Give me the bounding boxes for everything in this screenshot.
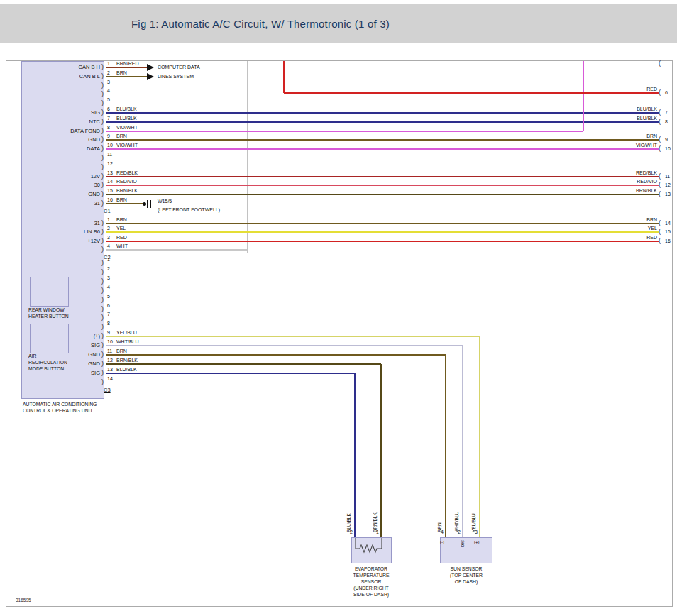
pin-number: 13: [107, 170, 113, 176]
wire-color-label: BRN/BLK: [116, 188, 138, 194]
pin-bracket: ): [101, 369, 104, 376]
pin-bracket: ): [101, 360, 104, 367]
ground-point-icon: [143, 202, 146, 206]
wiring-diagram-page: Fig 1: Automatic A/C Circuit, W/ Thermot…: [0, 0, 677, 616]
pin-number: 6: [107, 106, 110, 112]
pin-number: 2: [107, 226, 110, 231]
pin-bracket: ): [101, 172, 104, 180]
pin-number: 10: [665, 146, 671, 152]
rear-window-heater-button-box: [30, 277, 69, 307]
signal-label: SIG: [39, 370, 100, 376]
wire-segment: [380, 364, 382, 537]
signal-label: DATA: [39, 145, 100, 152]
wire-segment: [106, 336, 480, 337]
pin-number: 6: [107, 303, 110, 309]
wire-color-label-vertical: WHT/BLU: [454, 491, 459, 532]
pin-bracket: ): [101, 127, 104, 134]
wire-segment: [106, 194, 659, 195]
terminal-label: (+): [474, 540, 480, 544]
pin-bracket: ): [101, 228, 104, 235]
sun-sensor-label: SUN SENSOR (TOP CENTER OF DASH): [434, 566, 498, 585]
connector-frame-line-horizontal: [104, 253, 248, 253]
wire-destination-label: LINES SYSTEM: [158, 74, 194, 79]
pin-bracket: ): [101, 237, 104, 244]
evaporator-sensor-label: EVAPORATOR TEMPERATURE SENSOR (UNDER RIG…: [339, 566, 403, 598]
signal-label: GND: [39, 191, 100, 197]
arrow-right-icon: [147, 64, 154, 71]
pin-number: 4: [107, 243, 110, 249]
pin-bracket: (: [659, 118, 661, 125]
pin-number: 14: [107, 376, 113, 382]
signal-label: LIN B6: [39, 229, 100, 235]
pin-number: 4: [107, 285, 110, 290]
figure-title: Fig 1: Automatic A/C Circuit, W/ Thermot…: [131, 18, 390, 30]
wire-color-label: BLU/BLK: [116, 367, 137, 373]
wire-color-label: YEL: [589, 226, 657, 231]
wire-segment: [106, 373, 355, 374]
signal-label: +12V: [39, 238, 100, 244]
pin-bracket: ): [101, 82, 104, 89]
pin-number: 1: [107, 257, 110, 263]
sun-sensor-box: [440, 537, 492, 563]
pin-number: 12: [107, 358, 113, 363]
pin-number: 14: [107, 179, 113, 185]
pin-number: 16: [107, 197, 113, 203]
signal-label: DATA FOND: [39, 128, 100, 134]
wire-color-label: BRN: [116, 348, 127, 354]
pin-number: 5: [107, 97, 110, 103]
pin-number: 4: [107, 88, 110, 94]
signal-label: 31: [39, 200, 100, 207]
wire-segment: [106, 345, 463, 346]
pin-bracket: ): [101, 63, 104, 70]
pin-bracket: ): [101, 72, 104, 79]
wire-color-label: BRN: [116, 217, 127, 223]
pin-number: 2: [107, 266, 110, 272]
pin-bracket: (: [659, 145, 661, 152]
pin-number: 8: [665, 119, 668, 125]
pin-number: 2: [107, 70, 110, 76]
wire-segment: [106, 363, 381, 365]
wire-segment: [106, 185, 659, 186]
wire-segment: [106, 203, 143, 204]
wire-color-label: BRN/BLK: [589, 188, 657, 194]
pin-bracket: ): [101, 190, 104, 197]
ground-location: (LEFT FRONT FOOTWELL): [158, 207, 220, 213]
pin-number: 12: [665, 182, 671, 188]
pin-number: 11: [665, 174, 670, 180]
pin-number: 10: [107, 339, 113, 345]
document-number: 316595: [16, 598, 31, 603]
pin-bracket: (: [659, 136, 661, 143]
wire-color-label: BLU/BLK: [589, 116, 657, 121]
wire-segment: [462, 346, 463, 537]
evaporator-sensor-box: [351, 537, 392, 563]
pin-bracket: ): [101, 219, 104, 226]
connector-label: C3: [104, 387, 111, 393]
wire-color-label: BRN: [116, 133, 127, 139]
wire-segment: [106, 112, 659, 114]
resistor-icon: [352, 538, 391, 563]
pin-bracket: ): [101, 154, 104, 161]
pin-bracket: ): [101, 341, 104, 348]
wire-destination-label: COMPUTER DATA: [158, 65, 200, 70]
pin-number: 5: [107, 294, 110, 299]
pin-number: 3: [107, 235, 110, 241]
pin-bracket: ): [101, 277, 104, 285]
wire-color-label: BRN: [589, 217, 657, 223]
wire-color-label: BLU/BLK: [116, 106, 137, 112]
signal-label: 30: [39, 182, 100, 188]
pin-number: 16: [665, 238, 671, 244]
wire-segment: [106, 67, 147, 68]
wire-segment: [106, 249, 247, 251]
wire-segment: [283, 61, 285, 93]
wire-segment: [106, 131, 583, 132]
pin-number: 13: [107, 367, 113, 373]
pin-bracket: ): [101, 268, 104, 275]
pin-bracket: ): [101, 199, 104, 207]
wire-color-label-vertical: BRN: [437, 491, 442, 532]
wire-segment: [106, 241, 659, 242]
pin-number: 9: [665, 137, 668, 143]
wire-color-label: RED: [589, 87, 657, 92]
pin-bracket: ): [101, 259, 104, 266]
wire-segment: [479, 336, 480, 537]
pin-bracket: (: [659, 181, 661, 188]
